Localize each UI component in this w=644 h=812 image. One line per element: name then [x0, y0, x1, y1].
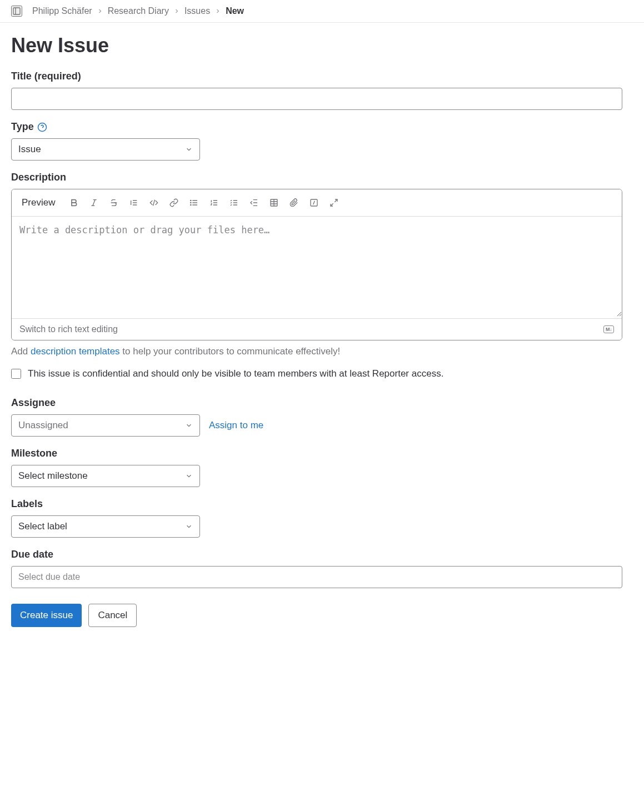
- bullet-list-icon[interactable]: [185, 194, 203, 212]
- milestone-label: Milestone: [11, 448, 622, 459]
- svg-line-35: [331, 203, 333, 206]
- svg-line-33: [313, 201, 315, 205]
- collapse-icon[interactable]: [245, 194, 263, 212]
- labels-dropdown[interactable]: Select label: [11, 515, 200, 538]
- breadcrumb: Philipp Schäfer Research Diary Issues Ne…: [32, 6, 244, 16]
- chevron-down-icon: [185, 523, 193, 530]
- quick-action-icon[interactable]: [305, 194, 323, 212]
- create-issue-button[interactable]: Create issue: [11, 604, 82, 627]
- description-templates-link[interactable]: description templates: [31, 346, 120, 357]
- markdown-badge[interactable]: M↓: [603, 325, 614, 333]
- fullscreen-icon[interactable]: [325, 194, 343, 212]
- type-group: Type Issue: [11, 121, 622, 161]
- assign-to-me-button[interactable]: Assign to me: [209, 420, 263, 431]
- description-label: Description: [11, 172, 622, 183]
- milestone-dropdown[interactable]: Select milestone: [11, 465, 200, 487]
- chevron-right-icon: [214, 8, 221, 14]
- title-label: Title (required): [11, 71, 622, 82]
- title-group: Title (required): [11, 71, 622, 110]
- cancel-button[interactable]: Cancel: [88, 604, 137, 627]
- chevron-right-icon: [173, 8, 180, 14]
- labels-label: Labels: [11, 498, 622, 510]
- svg-rect-0: [13, 8, 20, 14]
- chevron-down-icon: [185, 422, 193, 429]
- milestone-group: Milestone Select milestone: [11, 448, 622, 487]
- confidential-checkbox[interactable]: [11, 369, 21, 379]
- assignee-dropdown[interactable]: Unassigned: [11, 414, 200, 437]
- switch-editor-button[interactable]: Switch to rich text editing: [19, 324, 118, 334]
- svg-point-18: [191, 204, 191, 205]
- numbered-list-icon[interactable]: [205, 194, 223, 212]
- labels-group: Labels Select label: [11, 498, 622, 538]
- page-title: New Issue: [11, 34, 622, 57]
- task-list-icon[interactable]: [225, 194, 243, 212]
- description-helper: Add description templates to help your c…: [11, 346, 622, 357]
- type-dropdown[interactable]: Issue: [11, 138, 200, 161]
- editor-footer: Switch to rich text editing M↓: [12, 318, 622, 340]
- quote-icon[interactable]: [125, 194, 143, 212]
- svg-line-34: [335, 199, 338, 202]
- editor-toolbar: Preview: [12, 189, 622, 217]
- panel-left-icon: [12, 6, 21, 16]
- svg-line-6: [93, 200, 95, 206]
- breadcrumb-item[interactable]: Issues: [184, 6, 210, 16]
- chevron-right-icon: [97, 8, 103, 14]
- description-textarea[interactable]: [12, 217, 622, 317]
- table-icon[interactable]: [265, 194, 283, 212]
- due-date-label: Due date: [11, 549, 622, 560]
- help-icon[interactable]: [37, 122, 47, 132]
- attachment-icon[interactable]: [285, 194, 303, 212]
- assignee-group: Assignee Unassigned Assign to me: [11, 397, 622, 437]
- content: New Issue Title (required) Type Issue De…: [0, 23, 633, 638]
- code-icon[interactable]: [145, 194, 163, 212]
- italic-icon[interactable]: [85, 194, 103, 212]
- assignee-label: Assignee: [11, 397, 622, 409]
- sidebar-toggle-button[interactable]: [11, 6, 22, 17]
- bold-icon[interactable]: [65, 194, 83, 212]
- chevron-down-icon: [185, 472, 193, 480]
- preview-button[interactable]: Preview: [17, 195, 59, 210]
- link-icon[interactable]: [165, 194, 183, 212]
- form-actions: Create issue Cancel: [11, 604, 622, 627]
- confidential-label[interactable]: This issue is confidential and should on…: [28, 368, 443, 379]
- svg-point-17: [191, 202, 191, 203]
- top-bar: Philipp Schäfer Research Diary Issues Ne…: [0, 0, 644, 23]
- breadcrumb-current: New: [226, 6, 244, 16]
- strikethrough-icon[interactable]: [105, 194, 123, 212]
- confidential-row: This issue is confidential and should on…: [11, 368, 622, 379]
- svg-point-16: [191, 200, 191, 201]
- due-date-group: Due date: [11, 549, 622, 588]
- editor: Preview: [11, 189, 622, 340]
- chevron-down-icon: [185, 146, 193, 153]
- breadcrumb-item[interactable]: Philipp Schäfer: [32, 6, 92, 16]
- due-date-input[interactable]: [11, 566, 622, 588]
- title-input[interactable]: [11, 88, 622, 110]
- type-label: Type: [11, 121, 622, 133]
- svg-line-12: [153, 200, 155, 206]
- description-group: Description Preview: [11, 172, 622, 357]
- breadcrumb-item[interactable]: Research Diary: [108, 6, 169, 16]
